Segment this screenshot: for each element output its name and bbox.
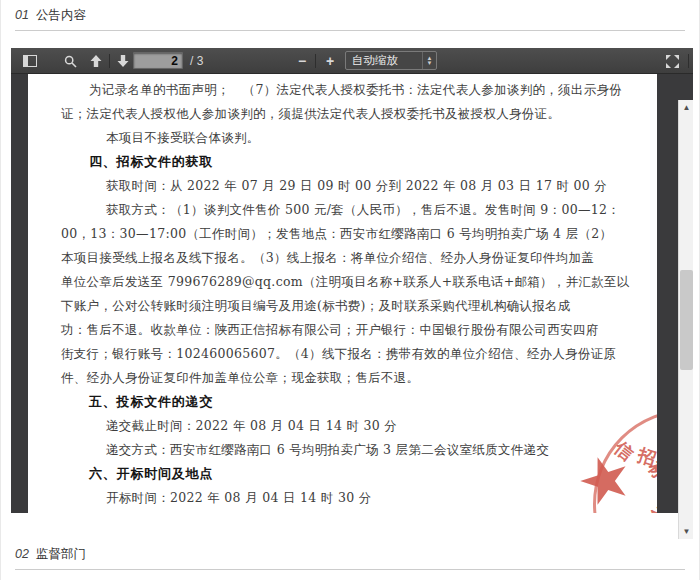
pdf-page[interactable]: 为记录名单的书面声明； （7）法定代表人授权委托书：法定代表人参加谈判的，须出示… — [28, 74, 657, 513]
find-button[interactable] — [59, 51, 81, 71]
presentation-mode-button[interactable] — [661, 51, 683, 71]
content-frame: 01公告内容 — [0, 0, 700, 580]
sidebar-toggle-button[interactable] — [19, 51, 41, 71]
doc-line: 街支行；银行账号：102460065607。（4）线下报名：携带有效的单位介绍信… — [61, 342, 617, 366]
toolbar-separator — [109, 54, 110, 68]
section-divider — [15, 30, 685, 31]
toolbar-separator — [688, 54, 689, 68]
doc-line: 00，13：30—17:00（工作时间）；发售地点：西安市红缨路南口 6 号均明… — [61, 222, 617, 246]
doc-line: 件、经办人身份证复印件加盖单位公章；现金获取；售后不退。 — [61, 366, 617, 390]
pdf-canvas-area: 为记录名单的书面声明； （7）法定代表人授权委托书：法定代表人参加谈判的，须出示… — [11, 74, 693, 513]
page-count-label: / 3 — [190, 54, 203, 68]
minus-icon: − — [298, 53, 306, 69]
next-page-button[interactable] — [112, 51, 134, 71]
zoom-out-button[interactable]: − — [291, 51, 313, 71]
sidebar-icon — [23, 55, 37, 67]
scrollbar-thumb[interactable] — [680, 270, 693, 370]
doc-line: 本项目接受线上报名及线下报名。（3）线上报名：将单位介绍信、经办人身份证复印件均… — [61, 246, 617, 270]
zoom-mode-select[interactable]: 自动缩放 ▲▼ — [345, 51, 437, 70]
section-title: 监督部门 — [36, 547, 86, 561]
previous-page-button[interactable] — [85, 51, 107, 71]
doc-line: 本项目不接受联合体谈判。 — [61, 126, 617, 150]
document-text: 为记录名单的书面声明； （7）法定代表人授权委托书：法定代表人参加谈判的，须出示… — [28, 74, 657, 510]
doc-line: 为记录名单的书面声明； （7）法定代表人授权委托书：法定代表人参加谈判的，须出示… — [61, 78, 617, 102]
doc-line: 开标时间：2022 年 08 月 04 日 14 时 30 分 — [61, 486, 617, 510]
page-number-input[interactable] — [133, 52, 183, 69]
pdf-viewer: / 3 − + 自动缩放 ▲▼ — [11, 48, 693, 513]
select-spinner-icon: ▲▼ — [422, 52, 436, 69]
doc-line: 单位公章后发送至 799676289@qq.com（注明项目名称+联系人+联系电… — [61, 270, 617, 294]
doc-line: 下账户，公对公转账时须注明项目编号及用途(标书费)；及时联系采购代理机构确认报名… — [61, 294, 617, 318]
pdf-toolbar: / 3 − + 自动缩放 ▲▼ — [11, 48, 693, 74]
scroll-up-arrow-icon[interactable]: ▲ — [679, 100, 694, 115]
arrow-up-icon — [90, 55, 102, 67]
doc-heading: 四、招标文件的获取 — [61, 150, 617, 174]
arrow-down-icon — [117, 55, 129, 67]
plus-icon: + — [326, 53, 334, 69]
section-number: 01 — [15, 8, 29, 22]
doc-line: 递交方式：西安市红缨路南口 6 号均明拍卖广场 3 层第二会议室纸质文件递交 — [61, 438, 617, 462]
zoom-mode-value: 自动缩放 — [346, 53, 422, 68]
scroll-down-arrow-icon[interactable]: ▼ — [679, 524, 694, 539]
doc-heading: 五、投标文件的递交 — [61, 390, 617, 414]
doc-line: 递交截止时间：2022 年 08 月 04 日 14 时 30 分 — [61, 414, 617, 438]
doc-line: 证；法定代表人授权他人参加谈判的，须提供法定代表人授权委托书及被授权人身份证。 — [61, 102, 617, 126]
doc-heading: 六、开标时间及地点 — [61, 462, 617, 486]
doc-line: 获取时间：从 2022 年 07 月 29 日 09 时 00 分到 2022 … — [61, 174, 617, 198]
vertical-scrollbar[interactable]: ▲ ▼ — [678, 100, 693, 539]
section-divider — [15, 569, 685, 570]
section-header-supervision: 02监督部门 — [15, 546, 86, 563]
section-number: 02 — [15, 547, 29, 561]
section-header-announcement: 01公告内容 — [15, 7, 86, 24]
expand-icon — [666, 55, 679, 68]
doc-line: 功：售后不退。收款单位：陕西正信招标有限公司；开户银行：中国银行股份有限公司西安… — [61, 318, 617, 342]
section-title: 公告内容 — [36, 8, 86, 22]
search-icon — [64, 55, 77, 68]
zoom-in-button[interactable]: + — [319, 51, 341, 71]
doc-line: 获取方式：（1）谈判文件售价 500 元/套（人民币），售后不退。发售时间 9：… — [61, 198, 617, 222]
toolbar-separator — [315, 54, 316, 68]
